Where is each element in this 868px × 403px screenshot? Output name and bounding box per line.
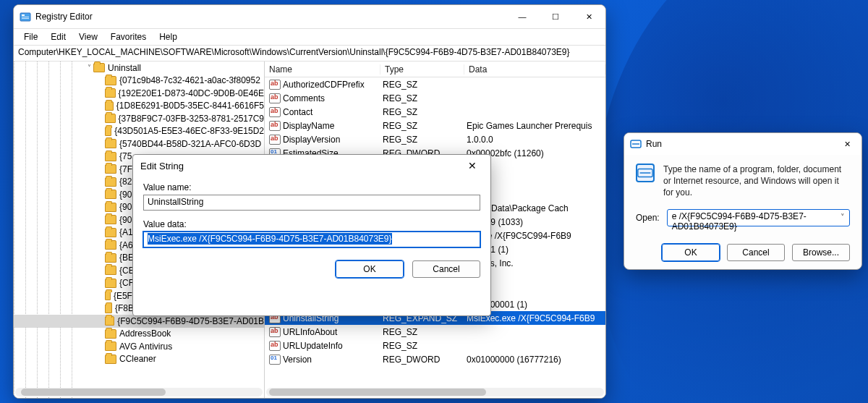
value-name-label: Value name: <box>143 182 480 192</box>
tree-item[interactable]: CCleaner <box>14 353 264 366</box>
minimize-button[interactable]: — <box>506 5 539 28</box>
svg-rect-1 <box>22 14 25 16</box>
string-icon <box>269 93 281 103</box>
expand-icon[interactable]: ˅ <box>85 64 93 72</box>
list-row[interactable]: DisplayNameREG_SZEpic Games Launcher Pre… <box>265 119 605 132</box>
value-name: Version <box>283 355 383 365</box>
tree-item[interactable]: {37B8F9C7-03FB-3253-8781-2517C9 <box>14 112 264 125</box>
folder-icon <box>105 215 116 224</box>
value-type: REG_SZ <box>383 93 467 103</box>
folder-icon <box>105 329 116 339</box>
value-data-label: Value data: <box>143 219 480 229</box>
run-dialog: Run ✕ Type the name of a program, folder… <box>624 132 862 270</box>
string-icon <box>269 80 281 90</box>
value-type: REG_SZ <box>383 80 467 90</box>
tree-label: {071c9b48-7c32-4621-a0ac-3f80952 <box>119 75 260 85</box>
list-row[interactable]: VersionREG_DWORD0x01000000 (16777216) <box>265 352 605 366</box>
menu-edit[interactable]: Edit <box>45 30 72 43</box>
folder-icon <box>105 76 116 85</box>
folder-icon <box>105 240 116 250</box>
tree-label: {192E20E1-D873-40DC-9D0B-0E46E <box>119 88 264 98</box>
tree-label: {43D501A5-E5E3-46EC-8F33-9E15D2 <box>114 126 264 136</box>
menu-file[interactable]: File <box>18 30 43 43</box>
close-button[interactable]: ✕ <box>461 155 483 177</box>
tree-item[interactable]: AddressBook <box>14 328 264 341</box>
run-icon <box>636 164 655 182</box>
menu-favorites[interactable]: Favorites <box>105 30 152 43</box>
value-data-field[interactable]: MsiExec.exe /X{F9C5C994-F6B9-4D75-B3E7-A… <box>143 232 480 247</box>
value-data: Epic Games Launcher Prerequis <box>467 121 605 131</box>
tree-parent[interactable]: ˅Uninstall <box>14 61 264 75</box>
tree-item[interactable]: {192E20E1-D873-40DC-9D0B-0E46E <box>14 87 264 100</box>
menu-help[interactable]: Help <box>153 30 183 43</box>
browse-button[interactable]: Browse... <box>792 244 850 261</box>
list-row[interactable]: URLInfoAboutREG_SZ <box>265 325 605 339</box>
string-icon <box>269 135 281 145</box>
tree-label: {1D8E6291-B0D5-35EC-8441-6616F5 <box>116 101 264 111</box>
string-icon <box>269 327 281 337</box>
open-combobox[interactable]: e /X{F9C5C994-F6B9-4D75-B3E7-AD01B84073E… <box>667 209 850 226</box>
folder-icon <box>105 190 116 199</box>
menu-view[interactable]: View <box>73 30 103 43</box>
close-button[interactable]: ✕ <box>572 5 605 28</box>
col-type[interactable]: Type <box>380 64 464 75</box>
list-row[interactable]: CommentsREG_SZ <box>265 91 605 105</box>
run-description: Type the name of a program, folder, docu… <box>663 164 850 199</box>
edit-string-dialog: Edit String ✕ Value name: UninstallStrin… <box>132 154 491 316</box>
value-name-field[interactable]: UninstallString <box>143 195 480 211</box>
list-row[interactable]: AuthorizedCDFPrefixREG_SZ <box>265 77 605 91</box>
cancel-button[interactable]: Cancel <box>727 244 785 261</box>
list-row[interactable]: URLUpdateInfoREG_SZ <box>265 339 605 352</box>
col-data[interactable]: Data <box>464 64 605 75</box>
ok-button[interactable]: OK <box>662 244 720 261</box>
regedit-icon <box>20 11 31 22</box>
cancel-button[interactable]: Cancel <box>412 260 480 278</box>
value-name: Comments <box>283 93 383 103</box>
tree-item[interactable]: {071c9b48-7c32-4621-a0ac-3f80952 <box>14 75 264 88</box>
run-title-icon <box>630 138 642 150</box>
value-name: DisplayVersion <box>283 135 383 145</box>
value-type: REG_DWORD <box>383 355 467 365</box>
list-row[interactable]: DisplayVersionREG_SZ1.0.0.0 <box>265 132 605 146</box>
value-type: REG_SZ <box>383 341 467 351</box>
string-icon <box>269 341 281 351</box>
run-title: Run <box>646 139 662 149</box>
folder-icon <box>105 164 116 174</box>
svg-rect-3 <box>22 18 29 19</box>
tree-item[interactable]: {43D501A5-E5E3-46EC-8F33-9E15D2 <box>14 125 264 138</box>
address-bar[interactable]: Computer\HKEY_LOCAL_MACHINE\SOFTWARE\Mic… <box>14 46 605 61</box>
open-label: Open: <box>636 213 660 223</box>
folder-icon <box>93 63 105 72</box>
folder-icon <box>105 228 116 237</box>
folder-icon <box>105 203 116 212</box>
tree-scrollbar[interactable] <box>15 388 263 396</box>
folder-icon <box>105 279 116 288</box>
value-type: REG_SZ <box>383 327 467 337</box>
tree-item[interactable]: {1D8E6291-B0D5-35EC-8441-6616F5 <box>14 100 264 113</box>
tree-label: {5740BD44-B58D-321A-AFC0-6D3D <box>119 139 261 149</box>
value-name: DisplayName <box>283 121 383 131</box>
value-data: 0x01000000 (16777216) <box>467 355 605 365</box>
list-row[interactable]: ContactREG_SZ <box>265 105 605 119</box>
dialog-title: Edit String <box>140 161 184 171</box>
tree-item[interactable]: {5740BD44-B58D-321A-AFC0-6D3D <box>14 137 264 150</box>
folder-icon <box>105 266 116 275</box>
chevron-down-icon[interactable]: ˅ <box>841 213 845 222</box>
folder-icon <box>105 114 116 123</box>
value-data: 1.0.0.0 <box>467 135 605 145</box>
folder-icon <box>105 342 116 351</box>
tree-label: Uninstall <box>108 63 141 73</box>
titlebar[interactable]: Registry Editor — ☐ ✕ <box>14 5 605 28</box>
col-name[interactable]: Name <box>265 64 380 75</box>
value-name: URLInfoAbout <box>283 327 383 337</box>
list-scrollbar[interactable] <box>266 388 604 396</box>
list-header[interactable]: Name Type Data <box>265 61 605 77</box>
tree-label: {37B8F9C7-03FB-3253-8781-2517C9 <box>119 114 264 124</box>
ok-button[interactable]: OK <box>336 260 404 278</box>
maximize-button[interactable]: ☐ <box>539 5 572 28</box>
close-button[interactable]: ✕ <box>833 132 861 156</box>
menubar: File Edit View Favorites Help <box>14 28 605 46</box>
tree-item[interactable]: AVG Antivirus <box>14 340 264 353</box>
folder-icon <box>105 253 116 263</box>
tree-item[interactable]: {F9C5C994-F6B9-4D75-B3E7-AD01B <box>14 315 264 328</box>
